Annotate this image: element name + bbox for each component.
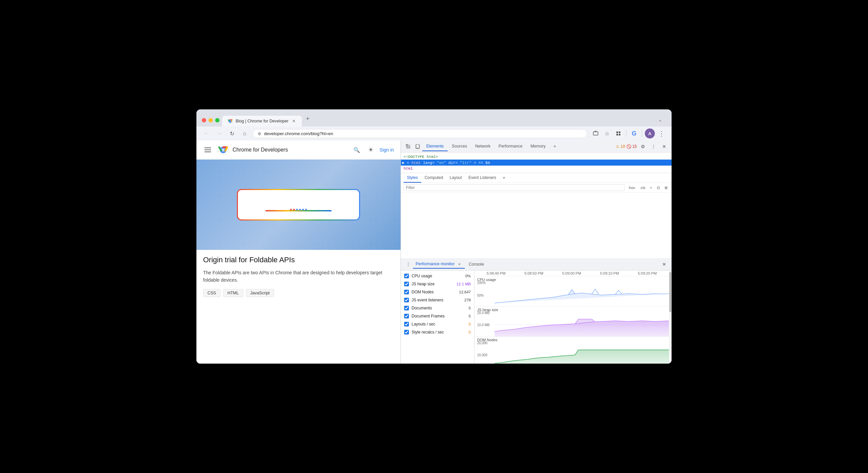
extensions-icon[interactable] xyxy=(613,128,623,138)
dom-nodes-label: DOM Nodes xyxy=(411,290,452,294)
dot-blue-3 xyxy=(302,209,304,211)
site-info-icon[interactable]: ⊛ xyxy=(258,131,261,136)
html-attr-dir-val: "ltr" xyxy=(460,161,472,165)
console-tab[interactable]: Console xyxy=(465,260,488,268)
dot-blue-4 xyxy=(305,209,307,211)
signin-button[interactable]: Sign in xyxy=(379,147,394,153)
dot-blue-2 xyxy=(299,209,301,211)
js-event-listeners-checkbox[interactable] xyxy=(404,298,409,303)
theme-toggle-button[interactable]: ☀ xyxy=(365,145,376,155)
devtools-tab-performance[interactable]: Performance xyxy=(495,142,527,151)
tag-css[interactable]: CSS xyxy=(203,289,220,297)
styles-tab-computed[interactable]: Computed xyxy=(421,173,446,183)
devtools-panel: Elements Sources Network Performance Mem… xyxy=(401,140,672,364)
address-text: developer.chrome.com/blog?hl=en xyxy=(264,131,582,136)
forward-button[interactable]: → xyxy=(215,129,224,138)
perf-monitor-tab[interactable]: Performance monitor × xyxy=(413,260,465,269)
devtools-tab-memory[interactable]: Memory xyxy=(526,142,550,151)
site-logo-icon xyxy=(218,145,228,155)
layouts-sec-checkbox[interactable] xyxy=(404,322,409,326)
styles-tab-layout[interactable]: Layout xyxy=(446,173,465,183)
bookmark-icon[interactable]: ☆ xyxy=(602,128,612,138)
html-open-caret: ▶ xyxy=(402,161,407,165)
styles-filter-bar: :hov .cls + ⊡ ⊞ xyxy=(401,183,672,193)
styles-filter-input[interactable] xyxy=(404,184,625,191)
screen-capture-icon[interactable] xyxy=(591,128,601,138)
tab-close-button[interactable]: ✕ xyxy=(291,118,297,124)
styles-tabs-row: Styles Computed Layout Event Listeners » xyxy=(401,173,672,183)
maximize-window-button[interactable] xyxy=(215,118,219,122)
perf-monitor-close-button[interactable]: × xyxy=(457,261,462,266)
svg-rect-7 xyxy=(619,134,620,135)
html-doctype-line: <!DOCTYPE html> xyxy=(404,154,669,160)
active-tab[interactable]: Blog | Chrome for Developer ✕ xyxy=(222,116,302,126)
devtools-tab-overflow[interactable]: » xyxy=(550,142,560,151)
add-style-rule-button[interactable]: + xyxy=(649,185,653,190)
toggle-element-state-button[interactable]: ⊡ xyxy=(655,185,661,191)
html-root-line[interactable]: ▶ < html lang= "en" dir= "ltr" > == $0 xyxy=(401,160,672,165)
pseudo-classes-button[interactable]: :hov xyxy=(627,185,637,190)
performance-monitor-panel: ⋮ Performance monitor × Console ✕ xyxy=(401,258,672,364)
devtools-tab-elements[interactable]: Elements xyxy=(422,142,448,151)
tag-javascript[interactable]: JavaScript xyxy=(246,289,274,297)
metric-document-frames: Document Frames 5 xyxy=(401,312,474,320)
minimize-window-button[interactable] xyxy=(209,118,213,122)
style-recalcs-checkbox[interactable] xyxy=(404,330,409,335)
address-input-wrap[interactable]: ⊛ developer.chrome.com/blog?hl=en xyxy=(253,129,587,138)
documents-checkbox[interactable] xyxy=(404,306,409,310)
svg-rect-14 xyxy=(416,145,418,145)
metric-cpu-usage: CPU usage 0% xyxy=(401,272,474,280)
styles-tab-styles[interactable]: Styles xyxy=(404,173,421,183)
js-heap-10mb-label: 10.0 MB xyxy=(477,323,490,327)
devtools-tab-sources[interactable]: Sources xyxy=(448,142,471,151)
dom-10k-label: 10,000 xyxy=(477,353,488,357)
search-button[interactable]: 🔍 xyxy=(351,145,362,155)
layouts-sec-label: Layouts / sec xyxy=(411,322,452,326)
time-label-2: 5:08:50 PM xyxy=(515,271,553,275)
hamburger-menu-button[interactable] xyxy=(203,145,214,155)
devtools-more-button[interactable]: ⋮ xyxy=(649,142,658,151)
warnings-badge: ⚠ 19 xyxy=(616,144,625,149)
html-breadcrumb: html xyxy=(404,166,413,170)
documents-value: 5 xyxy=(454,306,471,310)
browser-menu-button[interactable]: ⋮ xyxy=(656,128,666,138)
panel-right-scrollbar[interactable] xyxy=(669,271,672,364)
tag-html[interactable]: HTML xyxy=(223,289,243,297)
home-button[interactable]: ⌂ xyxy=(240,129,249,138)
metric-js-heap: JS heap size 12.1 MB xyxy=(401,280,474,288)
device-toolbar-button[interactable] xyxy=(413,142,422,151)
toolbar-divider-2 xyxy=(642,130,642,137)
cpu-usage-value: 0% xyxy=(454,274,471,278)
warnings-count: 19 xyxy=(620,144,625,149)
new-tab-button[interactable]: + xyxy=(303,113,313,126)
perf-monitor-menu-button[interactable]: ⋮ xyxy=(404,260,413,269)
scrollbar-thumb[interactable] xyxy=(669,272,671,312)
google-account-icon[interactable]: G xyxy=(629,128,639,138)
tab-expand-button[interactable]: ⌄ xyxy=(654,115,666,126)
cls-button[interactable]: .cls xyxy=(639,185,647,190)
cpu-usage-checkbox[interactable] xyxy=(404,274,409,278)
cpu-50-label: 50% xyxy=(477,294,484,297)
cpu-usage-label: CPU usage xyxy=(411,274,452,278)
user-avatar[interactable]: A xyxy=(645,128,655,138)
back-button[interactable]: ← xyxy=(202,129,211,138)
js-heap-chart: JS heap size 20.0 MB 10.0 MB xyxy=(474,307,669,337)
js-heap-checkbox[interactable] xyxy=(404,282,409,286)
close-window-button[interactable] xyxy=(202,118,206,122)
time-label-4: 5:09:10 PM xyxy=(591,271,628,275)
devtools-tab-network[interactable]: Network xyxy=(471,142,495,151)
dom-nodes-checkbox[interactable] xyxy=(404,290,409,294)
inspect-element-button[interactable] xyxy=(404,142,413,151)
styles-tab-overflow[interactable]: » xyxy=(500,173,508,183)
devtools-settings-button[interactable]: ⚙ xyxy=(638,142,648,151)
refresh-button[interactable]: ↻ xyxy=(227,129,237,138)
hamburger-line-1 xyxy=(205,148,211,148)
styles-tab-event-listeners[interactable]: Event Listeners xyxy=(465,173,500,183)
hamburger-line-3 xyxy=(205,152,211,152)
new-style-rule-button[interactable]: ⊞ xyxy=(663,185,669,191)
perf-monitor-close-panel-button[interactable]: ✕ xyxy=(659,260,669,269)
time-label-1: 5:08:40 PM xyxy=(477,271,515,275)
perf-monitor-header: ⋮ Performance monitor × Console ✕ xyxy=(401,258,672,271)
document-frames-checkbox[interactable] xyxy=(404,314,409,318)
devtools-close-button[interactable]: ✕ xyxy=(659,142,669,151)
